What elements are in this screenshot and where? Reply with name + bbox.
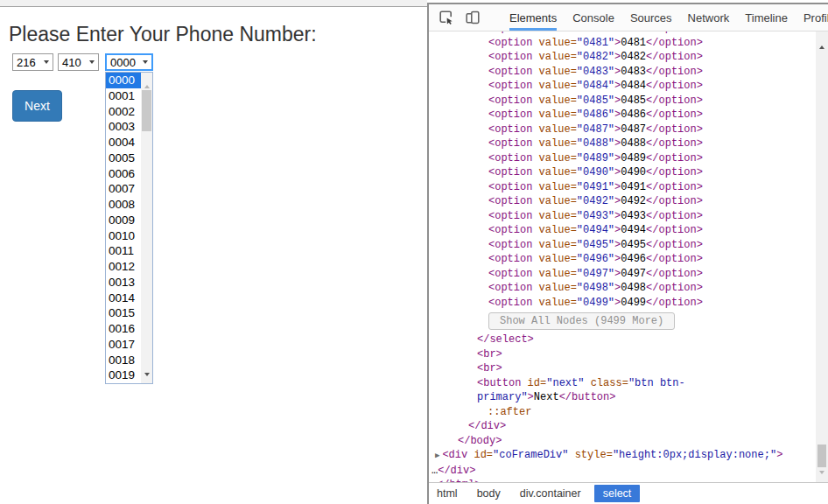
code-line[interactable]: …</div>	[429, 464, 816, 479]
code-line[interactable]: <br>	[429, 347, 816, 362]
code-line[interactable]: <option value="0496">0496</option>	[429, 252, 816, 267]
page-top-strip	[0, 0, 427, 7]
tab-sources[interactable]: Sources	[630, 4, 672, 31]
area-code-select[interactable]: 216	[12, 53, 53, 71]
dropdown-option-0017[interactable]: 0017	[106, 337, 141, 353]
code-line[interactable]: <option value="0491">0491</option>	[429, 180, 816, 195]
dropdown-scrollbar[interactable]	[141, 73, 152, 383]
code-line[interactable]: <option value="0499">0499</option>	[429, 296, 816, 311]
page-title: Please Enter Your Phone Number:	[9, 23, 317, 46]
dropdown-option-0001[interactable]: 0001	[106, 88, 141, 104]
dropdown-option-0013[interactable]: 0013	[106, 275, 141, 290]
code-line[interactable]: <option value="0481">0481</option>	[429, 36, 816, 51]
code-line[interactable]: <option value="0490">0490</option>	[429, 165, 816, 180]
devtools-pane: Elements Console Sources Network Timelin…	[427, 3, 828, 504]
chevron-down-icon	[143, 60, 148, 64]
dropdown-option-0004[interactable]: 0004	[106, 135, 141, 150]
dropdown-option-0016[interactable]: 0016	[106, 321, 141, 337]
dropdown-scrollbar-thumb[interactable]	[142, 90, 151, 131]
line-number-dropdown: 0000000100020003000400050006000700080009…	[105, 72, 153, 384]
code-line[interactable]: <option value="0498">0498</option>	[429, 281, 816, 296]
code-line[interactable]: primary">Next</button>	[429, 390, 816, 405]
breadcrumb-select[interactable]: select	[594, 485, 641, 502]
breadcrumb-html[interactable]: html	[431, 485, 464, 502]
line-number-select[interactable]: 0000	[105, 53, 153, 71]
screenshot-root: { "page": { "heading": "Please Enter You…	[0, 0, 828, 504]
breadcrumb-div-container[interactable]: div.container	[514, 485, 587, 502]
breadcrumb-body[interactable]: body	[471, 485, 507, 502]
code-line[interactable]: <option value="0494">0494</option>	[429, 223, 816, 238]
code-line[interactable]: </select>	[429, 332, 816, 347]
code-line[interactable]: <option value="0484">0484</option>	[429, 79, 816, 94]
dropdown-option-0014[interactable]: 0014	[106, 290, 141, 306]
code-line[interactable]: </body>	[429, 434, 816, 449]
code-line[interactable]: <option value="0488">0488</option>	[429, 136, 816, 151]
chevron-down-icon	[44, 60, 49, 64]
code-line[interactable]: <option value="0493">0493</option>	[429, 209, 816, 224]
devtools-code-panel: <option value="0480">0480</option><optio…	[429, 32, 816, 482]
devtools-toolbar: Elements Console Sources Network Timelin…	[429, 4, 828, 32]
code-line[interactable]: <option value="0485">0485</option>	[429, 94, 816, 108]
code-line[interactable]: <option value="0497">0497</option>	[429, 267, 816, 282]
scroll-down-icon[interactable]	[816, 462, 828, 478]
dropdown-option-0012[interactable]: 0012	[106, 259, 141, 275]
page-pane: Please Enter Your Phone Number: 216 410 …	[0, 7, 427, 504]
prefix-select[interactable]: 410	[58, 53, 99, 71]
dropdown-option-0006[interactable]: 0006	[106, 166, 141, 182]
scroll-down-icon[interactable]	[141, 364, 152, 380]
code-line[interactable]: <option value="0492">0492</option>	[429, 194, 816, 209]
code-line[interactable]: <option value="0482">0482</option>	[429, 50, 816, 65]
dropdown-list: 0000000100020003000400050006000700080009…	[106, 73, 141, 383]
dropdown-option-0009[interactable]: 0009	[106, 213, 141, 228]
chevron-down-icon	[89, 60, 95, 64]
tab-console[interactable]: Console	[572, 4, 614, 31]
code-line[interactable]: <option value="0495">0495</option>	[429, 238, 816, 253]
code-line[interactable]: </div>	[429, 419, 816, 434]
code-line[interactable]: <option value="0487">0487</option>	[429, 122, 816, 137]
code-line[interactable]: <option value="0483">0483</option>	[429, 65, 816, 80]
tab-profiles[interactable]: Profiles	[803, 4, 828, 31]
dropdown-option-0018[interactable]: 0018	[106, 353, 141, 368]
prefix-value: 410	[62, 56, 81, 69]
dropdown-option-0000[interactable]: 0000	[106, 73, 141, 88]
line-number-value: 0000	[110, 56, 136, 69]
devtools-breadcrumb: html body div.container select	[429, 482, 828, 504]
dropdown-option-0003[interactable]: 0003	[106, 119, 141, 135]
tab-network[interactable]: Network	[688, 4, 730, 31]
dropdown-option-0007[interactable]: 0007	[106, 181, 141, 197]
code-line[interactable]: ▶<div id="coFrameDiv" style="height:0px;…	[429, 448, 816, 464]
device-toolbar-icon[interactable]	[466, 4, 480, 31]
dropdown-option-0019[interactable]: 0019	[106, 368, 141, 383]
dropdown-option-0005[interactable]: 0005	[106, 150, 141, 166]
code-line[interactable]: <br>	[429, 361, 816, 376]
inspect-element-icon[interactable]	[439, 4, 453, 31]
devtools-scrollbar[interactable]	[816, 32, 828, 482]
dropdown-option-0011[interactable]: 0011	[106, 243, 141, 259]
tab-timeline[interactable]: Timeline	[745, 4, 788, 31]
code-line[interactable]: <option value="0486">0486</option>	[429, 108, 816, 122]
next-button[interactable]: Next	[12, 90, 62, 122]
dropdown-option-0010[interactable]: 0010	[106, 228, 141, 244]
dropdown-option-0008[interactable]: 0008	[106, 197, 141, 213]
scroll-up-icon[interactable]	[816, 37, 828, 52]
area-code-value: 216	[17, 56, 36, 69]
tab-elements[interactable]: Elements	[509, 4, 557, 31]
code-line[interactable]: ::after	[429, 405, 816, 420]
code-line[interactable]: <option value="0489">0489</option>	[429, 151, 816, 166]
dropdown-option-0015[interactable]: 0015	[106, 305, 141, 321]
dropdown-option-0002[interactable]: 0002	[106, 104, 141, 120]
show-all-nodes-button[interactable]: Show All Nodes (9499 More)	[488, 312, 675, 330]
code-line[interactable]: <button id="next" class="btn btn-	[429, 376, 816, 391]
